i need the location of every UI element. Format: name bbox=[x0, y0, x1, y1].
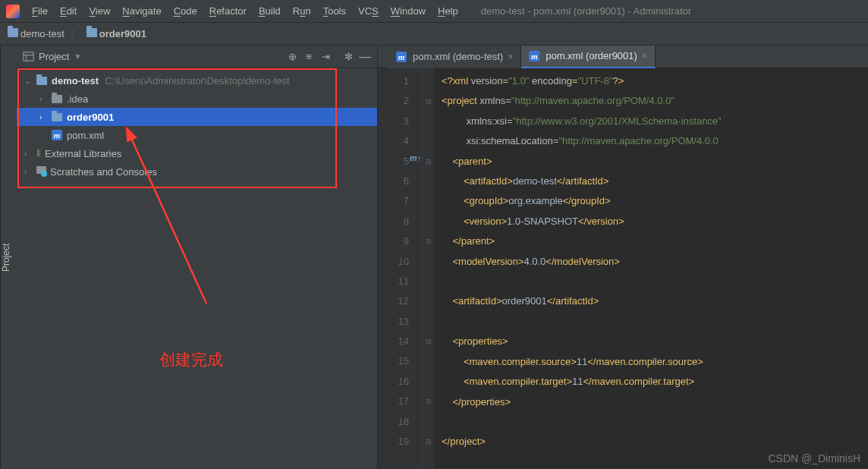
maven-icon: m bbox=[52, 130, 62, 140]
project-tree: ⌄ demo-test C:\Users\Administrator\Deskt… bbox=[17, 68, 377, 469]
tree-order9001[interactable]: › order9001 bbox=[17, 108, 377, 126]
settings-icon[interactable]: ✼ bbox=[342, 51, 354, 63]
menu-window[interactable]: Window bbox=[386, 4, 430, 18]
maven-icon: m bbox=[529, 51, 539, 61]
fold-gutter: ⊟ ⊟ ⊟ ⊟ ⊟⊟ bbox=[423, 68, 434, 469]
tree-external-libraries[interactable]: › ⦀ External Libraries bbox=[17, 144, 377, 162]
module-icon bbox=[36, 77, 47, 85]
editor: m pom.xml (demo-test) × m pom.xml (order… bbox=[378, 46, 868, 469]
menu-bar: File Edit View Navigate Code Refactor Bu… bbox=[0, 0, 868, 23]
menu-run[interactable]: Run bbox=[288, 4, 316, 18]
project-header: Project ▼ ⊕ ≡ ⇥ ✼ — bbox=[17, 46, 377, 68]
breadcrumb-child[interactable]: order9001 bbox=[86, 28, 146, 39]
menu-refactor[interactable]: Refactor bbox=[205, 4, 251, 18]
chevron-right-icon[interactable]: › bbox=[39, 95, 49, 103]
tree-pom[interactable]: m pom.xml bbox=[17, 126, 377, 144]
tree-scratches[interactable]: › Scratches and Consoles bbox=[17, 162, 377, 181]
breadcrumb-sep: 〉 bbox=[71, 27, 80, 41]
tab-pom-order9001[interactable]: m pom.xml (order9001) × bbox=[521, 46, 656, 68]
close-icon[interactable]: × bbox=[642, 51, 647, 61]
library-icon: ⦀ bbox=[36, 147, 40, 159]
watermark: CSDN @_DiminisH bbox=[768, 452, 860, 464]
hide-icon[interactable]: — bbox=[359, 51, 371, 63]
line-gutter: 12 34 56 78 910 1112 1314 1516 1718 19 m… bbox=[378, 68, 423, 469]
scratches-icon bbox=[36, 166, 47, 177]
project-title[interactable]: Project bbox=[39, 51, 69, 62]
breadcrumb: demo-test 〉 order9001 bbox=[0, 23, 868, 46]
code-area[interactable]: 12 34 56 78 910 1112 1314 1516 1718 19 m… bbox=[378, 68, 868, 469]
menu-navigate[interactable]: Navigate bbox=[118, 4, 165, 18]
chevron-right-icon[interactable]: › bbox=[39, 113, 49, 121]
svg-rect-0 bbox=[24, 52, 33, 61]
window-title: demo-test - pom.xml (order9001) - Admini… bbox=[481, 5, 691, 17]
app-icon bbox=[6, 5, 20, 18]
collapse-all-icon[interactable]: ⇥ bbox=[319, 51, 332, 63]
dropdown-icon[interactable]: ▼ bbox=[74, 52, 81, 61]
tree-idea[interactable]: › .idea bbox=[17, 90, 377, 108]
menu-edit[interactable]: Edit bbox=[55, 4, 81, 18]
menu-view[interactable]: View bbox=[84, 4, 115, 18]
menu-code[interactable]: Code bbox=[169, 4, 202, 18]
tree-root[interactable]: ⌄ demo-test C:\Users\Administrator\Deskt… bbox=[17, 71, 377, 90]
chevron-down-icon[interactable]: ⌄ bbox=[24, 77, 33, 85]
maven-gutter-icon[interactable]: m↑ bbox=[410, 153, 421, 162]
folder-icon bbox=[52, 95, 62, 103]
close-icon[interactable]: × bbox=[508, 52, 513, 62]
breadcrumb-root[interactable]: demo-test bbox=[8, 28, 64, 39]
expand-all-icon[interactable]: ≡ bbox=[303, 51, 315, 63]
menu-file[interactable]: File bbox=[27, 4, 52, 18]
chevron-right-icon[interactable]: › bbox=[24, 150, 33, 158]
module-icon bbox=[52, 113, 62, 121]
menu-help[interactable]: Help bbox=[433, 4, 463, 18]
maven-icon: m bbox=[396, 52, 407, 62]
project-panel: Project ▼ ⊕ ≡ ⇥ ✼ — ⌄ demo-test C:\Users… bbox=[17, 46, 378, 469]
select-opened-file-icon[interactable]: ⊕ bbox=[286, 51, 298, 63]
menu-vcs[interactable]: VCS bbox=[354, 4, 383, 18]
menu-build[interactable]: Build bbox=[254, 4, 285, 18]
chevron-right-icon[interactable]: › bbox=[24, 168, 33, 176]
annotation-text: 创建完成 bbox=[159, 349, 223, 370]
editor-tabs-bar: m pom.xml (demo-test) × m pom.xml (order… bbox=[378, 46, 868, 68]
menu-tools[interactable]: Tools bbox=[319, 4, 351, 18]
side-tab-project[interactable]: Project bbox=[0, 46, 17, 469]
code-content[interactable]: <?xml version="1.0" encoding="UTF-8"?> <… bbox=[434, 68, 868, 469]
tab-pom-demo-test[interactable]: m pom.xml (demo-test) × bbox=[388, 46, 521, 68]
project-view-icon[interactable] bbox=[23, 51, 34, 62]
